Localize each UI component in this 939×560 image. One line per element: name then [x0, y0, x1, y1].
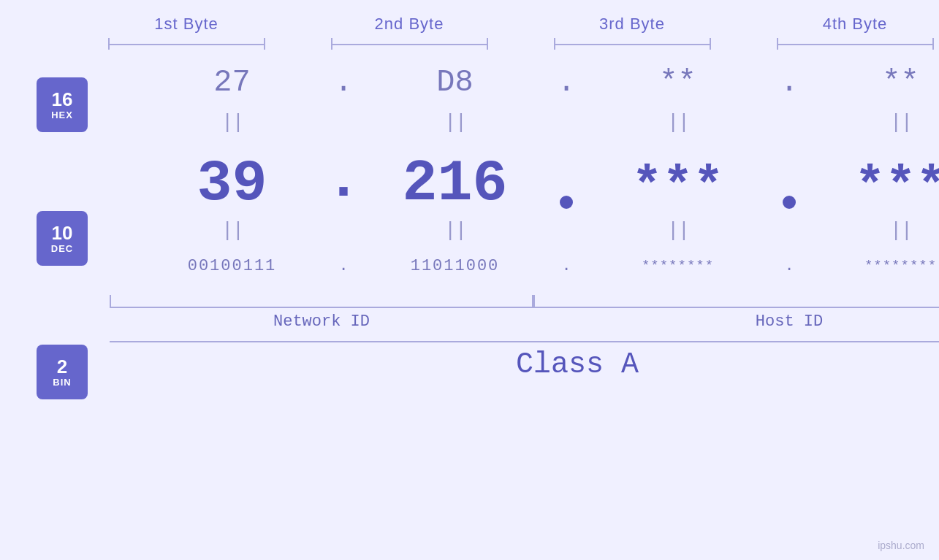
- dec-badge-num: 10: [52, 223, 73, 244]
- dec-dot2: [555, 196, 577, 216]
- hex-b1-cell: 27: [132, 65, 332, 100]
- hex-b3-value: **: [659, 65, 696, 100]
- main-container: 1st Byte 2nd Byte 3rd Byte 4th Byte 16 H…: [0, 0, 939, 560]
- equals-sign-7: ||: [667, 219, 689, 242]
- class-value-container: Class A: [110, 348, 939, 381]
- equals-sign-6: ||: [444, 219, 466, 242]
- bin-badge-label: BIN: [53, 377, 71, 388]
- network-id-label: Network ID: [110, 312, 533, 331]
- bin-b1-value: 00100111: [188, 257, 277, 275]
- equals-sign-3: ||: [667, 111, 689, 134]
- bottom-brackets: [88, 295, 939, 308]
- hex-row: 27 . D8 . ** . **: [88, 57, 939, 108]
- hex-badge-label: HEX: [51, 110, 73, 120]
- eq2-b2: ||: [354, 219, 555, 242]
- bin-dot2: .: [555, 257, 577, 275]
- equals-sign-1: ||: [221, 111, 243, 134]
- byte-headers: 1st Byte 2nd Byte 3rd Byte 4th Byte: [51, 15, 939, 34]
- bin-dot1: .: [332, 257, 354, 275]
- hex-b4-value: **: [882, 65, 919, 100]
- hex-b4-cell: **: [800, 65, 939, 100]
- hex-dot3: .: [778, 65, 800, 100]
- network-id-bracket: [110, 295, 533, 308]
- dec-row: 39 . 216 *** ***: [88, 136, 939, 216]
- dec-b1-value: 39: [197, 155, 267, 213]
- bracket-b1: [86, 38, 287, 50]
- dec-b4-value: ***: [854, 162, 939, 213]
- hex-b3-cell: **: [577, 65, 778, 100]
- host-id-label: Host ID: [533, 312, 939, 331]
- dec-badge-label: DEC: [51, 243, 73, 254]
- equals-sign-5: ||: [221, 219, 243, 242]
- eq1-b2: ||: [354, 111, 555, 134]
- bin-dot3: .: [778, 257, 800, 275]
- bin-b1-cell: 00100111: [132, 257, 332, 275]
- class-row: Class A: [88, 341, 939, 381]
- bin-b2-cell: 11011000: [354, 257, 555, 275]
- byte1-header: 1st Byte: [86, 15, 287, 34]
- main-data-area: 16 HEX 10 DEC 2 BIN 27: [0, 57, 939, 399]
- hex-badge-num: 16: [52, 89, 73, 110]
- dec-dot3: [778, 196, 800, 216]
- hex-b1-value: 27: [213, 65, 250, 100]
- top-brackets: [51, 38, 939, 50]
- equals-sign-4: ||: [890, 111, 912, 134]
- eq1-b3: ||: [577, 111, 778, 134]
- dec-dot1: .: [332, 151, 354, 216]
- bin-b3-cell: ********: [577, 258, 778, 274]
- eq2-b1: ||: [132, 219, 332, 242]
- data-columns: 27 . D8 . ** . **: [88, 57, 939, 381]
- dec-dot3-circle: [783, 196, 796, 209]
- dec-b3-cell: ***: [577, 162, 778, 216]
- hex-badge: 16 HEX: [37, 77, 88, 132]
- bracket-b4: [755, 38, 940, 50]
- id-labels-row: Network ID Host ID: [88, 312, 939, 331]
- badges-column: 16 HEX 10 DEC 2 BIN: [0, 57, 88, 399]
- byte2-header: 2nd Byte: [309, 15, 510, 34]
- bin-b4-cell: ********: [800, 258, 939, 274]
- hex-b2-cell: D8: [354, 65, 555, 100]
- bin-b3-value: ********: [642, 258, 714, 274]
- dec-b2-cell: 216: [354, 155, 555, 216]
- bin-b2-value: 11011000: [411, 257, 500, 275]
- bin-badge: 2 BIN: [37, 345, 88, 399]
- host-id-bracket: [533, 295, 939, 308]
- bin-b4-value: ********: [864, 258, 937, 274]
- equals-sign-8: ||: [890, 219, 912, 242]
- dec-badge: 10 DEC: [37, 211, 88, 266]
- byte3-header: 3rd Byte: [532, 15, 733, 34]
- bin-row: 00100111 . 11011000 . ******** .: [88, 244, 939, 288]
- eq2-b4: ||: [800, 219, 939, 242]
- hex-dot2: .: [555, 65, 577, 100]
- equals-sign-2: ||: [444, 111, 466, 134]
- dec-b1-cell: 39: [132, 155, 332, 216]
- eq1-b1: ||: [132, 111, 332, 134]
- watermark: ipshu.com: [878, 540, 924, 551]
- dec-b3-value: ***: [631, 162, 723, 213]
- eq1-b4: ||: [800, 111, 939, 134]
- eq2-b3: ||: [577, 219, 778, 242]
- byte4-header: 4th Byte: [755, 15, 940, 34]
- bin-badge-num: 2: [57, 356, 67, 377]
- class-line: [110, 341, 939, 342]
- dec-b2-value: 216: [402, 155, 507, 213]
- bracket-b3: [532, 38, 733, 50]
- dec-b4-cell: ***: [800, 162, 939, 216]
- bracket-b2: [309, 38, 510, 50]
- class-value: Class A: [516, 348, 639, 381]
- hex-dot1: .: [332, 65, 354, 100]
- equals-row-1: || || || ||: [88, 108, 939, 136]
- dec-dot2-circle: [560, 196, 573, 209]
- hex-b2-value: D8: [436, 65, 473, 100]
- equals-row-2: || || || ||: [88, 216, 939, 244]
